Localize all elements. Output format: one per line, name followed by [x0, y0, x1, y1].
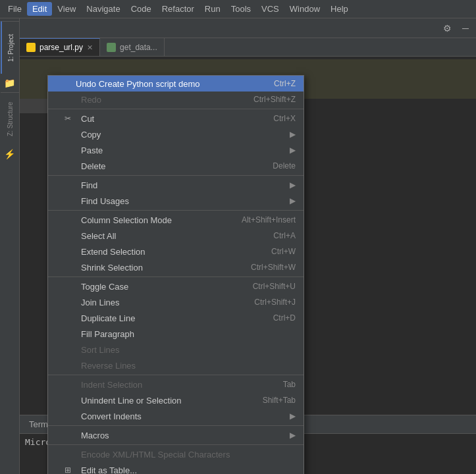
- undo-label: Undo Create Python script demo: [76, 79, 200, 89]
- tab-label-get-data: get_data...: [120, 43, 157, 52]
- dup-line-label: Duplicate Line: [81, 313, 135, 323]
- menu-help[interactable]: Help: [325, 2, 354, 16]
- tab-bar: parse_url.py ✕ get_data...: [20, 38, 476, 57]
- menu-item-unindent[interactable]: Unindent Line or Selection Shift+Tab: [48, 392, 304, 408]
- menu-run[interactable]: Run: [199, 2, 226, 16]
- undo-shortcut: Ctrl+Z: [274, 79, 296, 88]
- convert-indents-arrow: ▶: [290, 411, 296, 421]
- col-sel-label: Column Selection Mode: [81, 215, 172, 225]
- menu-item-extend-sel[interactable]: Extend Selection Ctrl+W: [48, 244, 304, 259]
- toggle-case-shortcut: Ctrl+Shift+U: [253, 282, 296, 291]
- join-lines-label: Join Lines: [81, 298, 120, 307]
- indent-sel-shortcut: Tab: [283, 380, 296, 389]
- main-layout: 1: Project 📁 Z: Structure ⚡ ⚙ ─ parse_ur…: [0, 18, 476, 474]
- menu-item-copy[interactable]: Copy ▶: [48, 126, 304, 142]
- edit-dropdown-menu: Undo Create Python script demo Ctrl+Z Re…: [47, 75, 304, 474]
- tab-icon-parse-url: [26, 43, 36, 52]
- redo-label: Redo: [81, 95, 101, 105]
- menu-item-encode-xml: Encode XML/HTML Special Characters: [48, 446, 304, 462]
- content-area: ⚙ ─ parse_url.py ✕ get_data...: [20, 18, 476, 474]
- menu-item-undo[interactable]: Undo Create Python script demo Ctrl+Z: [48, 76, 304, 92]
- tab-parse-url[interactable]: parse_url.py ✕: [20, 38, 100, 56]
- sidebar-icon-structure[interactable]: ⚡: [1, 145, 19, 163]
- toolbar: ⚙ ─: [20, 18, 476, 38]
- reverse-lines-label: Reverse Lines: [81, 361, 136, 371]
- menu-item-delete[interactable]: Delete Delete: [48, 158, 304, 174]
- menu-navigate[interactable]: Navigate: [81, 2, 125, 16]
- extend-sel-shortcut: Ctrl+W: [271, 247, 296, 256]
- join-lines-shortcut: Ctrl+Shift+J: [254, 298, 296, 307]
- separator-5: [48, 375, 304, 375]
- find-label: Find: [81, 180, 97, 190]
- tab-get-data[interactable]: get_data...: [100, 38, 165, 56]
- menu-item-cut[interactable]: ✂ Cut Ctrl+X: [48, 111, 304, 126]
- menu-view[interactable]: View: [52, 2, 81, 16]
- toolbar-settings-button[interactable]: ⚙: [439, 20, 455, 36]
- cut-label: Cut: [81, 114, 94, 124]
- menu-item-macros[interactable]: Macros ▶: [48, 427, 304, 443]
- menu-item-join-lines[interactable]: Join Lines Ctrl+Shift+J: [48, 294, 304, 310]
- menu-item-edit-table[interactable]: ⊞ Edit as Table...: [48, 462, 304, 474]
- indent-sel-label: Indent Selection: [81, 380, 142, 390]
- paste-label: Paste: [81, 145, 103, 155]
- cut-shortcut: Ctrl+X: [273, 114, 296, 123]
- menu-item-paste[interactable]: Paste ▶: [48, 142, 304, 158]
- menu-refactor[interactable]: Refactor: [157, 2, 199, 16]
- menu-item-indent-sel: Indent Selection Tab: [48, 377, 304, 392]
- sort-lines-label: Sort Lines: [81, 345, 120, 355]
- separator-1: [48, 109, 304, 109]
- menu-vcs[interactable]: VCS: [256, 2, 284, 16]
- separator-7: [48, 444, 304, 445]
- menu-window[interactable]: Window: [284, 2, 325, 16]
- extend-sel-label: Extend Selection: [81, 247, 145, 257]
- col-sel-shortcut: Alt+Shift+Insert: [242, 215, 296, 224]
- menu-item-find[interactable]: Find ▶: [48, 177, 304, 193]
- menu-item-shrink-sel[interactable]: Shrink Selection Ctrl+Shift+W: [48, 259, 304, 275]
- unindent-shortcut: Shift+Tab: [263, 396, 296, 405]
- shrink-sel-shortcut: Ctrl+Shift+W: [251, 263, 296, 272]
- menu-item-convert-indents[interactable]: Convert Indents ▶: [48, 408, 304, 424]
- find-arrow: ▶: [290, 180, 296, 190]
- unindent-label: Unindent Line or Selection: [81, 396, 182, 406]
- macros-arrow: ▶: [290, 431, 296, 440]
- copy-arrow: ▶: [290, 130, 296, 139]
- sidebar-icon-folder[interactable]: 📁: [1, 74, 19, 92]
- select-all-shortcut: Ctrl+A: [273, 231, 296, 240]
- tab-icon-get-data: [107, 43, 116, 52]
- menu-item-sort-lines: Sort Lines: [48, 342, 304, 357]
- menu-item-select-all[interactable]: Select All Ctrl+A: [48, 228, 304, 244]
- dropdown-overlay: Undo Create Python script demo Ctrl+Z Re…: [20, 57, 476, 415]
- menu-item-fill-para[interactable]: Fill Paragraph: [48, 326, 304, 342]
- sidebar-tab-project[interactable]: 1: Project: [1, 21, 19, 74]
- separator-2: [48, 175, 304, 176]
- toolbar-minimize-button[interactable]: ─: [458, 20, 473, 36]
- menu-item-dup-line[interactable]: Duplicate Line Ctrl+D: [48, 310, 304, 326]
- edit-table-icon: ⊞: [61, 465, 74, 474]
- menu-edit[interactable]: Edit: [27, 2, 52, 16]
- menu-item-toggle-case[interactable]: Toggle Case Ctrl+Shift+U: [48, 278, 304, 294]
- separator-4: [48, 276, 304, 277]
- convert-indents-label: Convert Indents: [81, 411, 142, 421]
- tab-label-parse-url: parse_url.py: [40, 43, 83, 52]
- copy-label: Copy: [81, 130, 101, 140]
- encode-xml-label: Encode XML/HTML Special Characters: [81, 450, 230, 460]
- menu-item-reverse-lines: Reverse Lines: [48, 357, 304, 373]
- shrink-sel-label: Shrink Selection: [81, 263, 143, 273]
- sidebar-left: 1: Project 📁 Z: Structure ⚡: [0, 18, 20, 474]
- menu-code[interactable]: Code: [126, 2, 157, 16]
- macros-label: Macros: [81, 431, 109, 440]
- menu-file[interactable]: File: [3, 2, 27, 16]
- fill-para-label: Fill Paragraph: [81, 329, 134, 339]
- sidebar-tab-structure[interactable]: Z: Structure: [1, 92, 19, 145]
- tab-close-parse-url[interactable]: ✕: [87, 44, 93, 51]
- menu-tools[interactable]: Tools: [226, 2, 256, 16]
- menu-item-redo: Redo Ctrl+Shift+Z: [48, 92, 304, 107]
- toggle-case-label: Toggle Case: [81, 282, 128, 292]
- separator-3: [48, 210, 304, 211]
- editor-area[interactable]: Undo Create Python script demo Ctrl+Z Re…: [20, 57, 476, 415]
- dup-line-shortcut: Ctrl+D: [273, 313, 296, 323]
- menu-item-col-sel[interactable]: Column Selection Mode Alt+Shift+Insert: [48, 212, 304, 228]
- menu-item-find-usages[interactable]: Find Usages ▶: [48, 193, 304, 209]
- paste-arrow: ▶: [290, 145, 296, 155]
- redo-shortcut: Ctrl+Shift+Z: [253, 95, 296, 104]
